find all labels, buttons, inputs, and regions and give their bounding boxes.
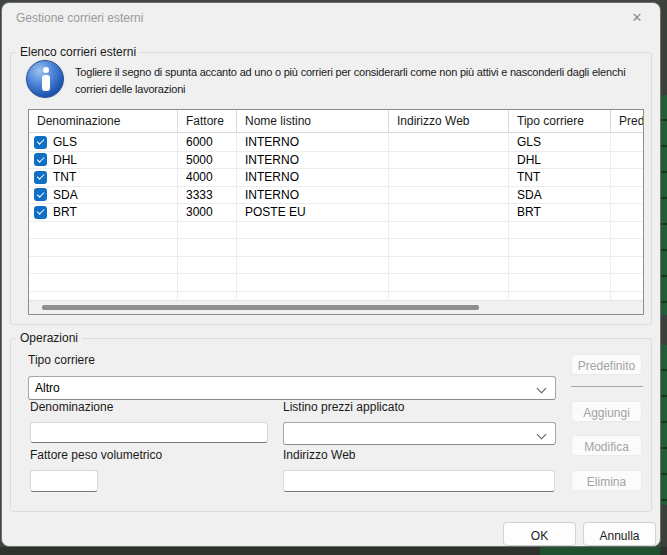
aggiungi-button[interactable]: Aggiungi xyxy=(571,401,642,422)
checkbox-checked[interactable] xyxy=(34,136,47,149)
chevron-down-icon xyxy=(537,430,547,440)
background-app-strip xyxy=(540,547,660,555)
cell-nome-listino: POSTE EU xyxy=(237,204,389,221)
cell-fattore: 6000 xyxy=(178,134,237,151)
title-bar[interactable]: Gestione corrieri esterni ✕ xyxy=(2,3,660,33)
group-operazioni-label: Operazioni xyxy=(16,331,82,345)
close-icon: ✕ xyxy=(632,10,643,25)
tipo-corriere-combobox[interactable]: Altro xyxy=(28,376,556,400)
annulla-button[interactable]: Annulla xyxy=(583,522,656,546)
cell-text: GLS xyxy=(53,135,77,149)
desktop-background: Gestione corrieri esterni ✕ Elenco corri… xyxy=(0,0,667,555)
cell-predefinito xyxy=(611,152,643,169)
elimina-button[interactable]: Elimina xyxy=(571,470,642,491)
cell-text: DHL xyxy=(53,153,77,167)
column-header-denominazione[interactable]: Denominazione xyxy=(29,110,178,132)
ok-button[interactable]: OK xyxy=(503,522,576,546)
table-row-gls[interactable]: GLS 6000 INTERNO GLS xyxy=(29,134,643,152)
cell-fattore: 3333 xyxy=(178,187,237,204)
cell-empty xyxy=(611,222,643,239)
table-row-empty xyxy=(29,222,643,240)
info-hint-text: Togliere il segno di spunta accanto ad u… xyxy=(75,64,657,98)
denominazione-input[interactable] xyxy=(30,422,268,443)
horizontal-scrollbar[interactable] xyxy=(29,300,643,314)
listino-prezzi-combobox[interactable] xyxy=(283,422,556,445)
group-elenco-corrieri: Elenco corrieri esterni Togliere il segn… xyxy=(10,52,652,325)
checkbox-checked[interactable] xyxy=(34,153,47,166)
cell-text: BRT xyxy=(53,205,77,219)
cell-denominazione: BRT xyxy=(29,204,178,221)
cell-empty xyxy=(611,274,643,291)
column-header-tipo-corriere[interactable]: Tipo corriere xyxy=(509,110,611,132)
cell-tipo-corriere: TNT xyxy=(509,169,611,186)
fattore-peso-label: Fattore peso volumetrico xyxy=(30,448,162,462)
close-button[interactable]: ✕ xyxy=(614,3,660,33)
button-separator xyxy=(571,386,643,387)
table-row-empty xyxy=(29,239,643,257)
cell-empty xyxy=(611,239,643,256)
cell-empty xyxy=(178,257,237,274)
checkbox-checked[interactable] xyxy=(34,171,47,184)
table-row-tnt[interactable]: TNT 4000 INTERNO TNT xyxy=(29,169,643,187)
cell-text: SDA xyxy=(53,188,78,202)
cell-denominazione: GLS xyxy=(29,134,178,151)
chevron-down-icon xyxy=(537,384,547,394)
cell-nome-listino: INTERNO xyxy=(237,169,389,186)
cell-predefinito xyxy=(611,169,643,186)
check-icon xyxy=(37,207,44,214)
indirizzo-web-input[interactable] xyxy=(283,470,555,492)
table-row-sda[interactable]: SDA 3333 INTERNO SDA xyxy=(29,187,643,205)
checkbox-checked[interactable] xyxy=(34,188,47,201)
cell-empty xyxy=(178,274,237,291)
check-icon xyxy=(37,190,44,197)
cell-empty xyxy=(237,274,389,291)
check-icon xyxy=(37,137,44,144)
cell-predefinito xyxy=(611,204,643,221)
cell-empty xyxy=(389,257,509,274)
cell-predefinito xyxy=(611,187,643,204)
group-elenco-label: Elenco corrieri esterni xyxy=(16,45,140,59)
column-header-nome-listino[interactable]: Nome listino xyxy=(237,110,389,132)
group-operazioni: Operazioni Tipo corriere Altro Predefini… xyxy=(10,338,652,512)
cell-empty xyxy=(509,239,611,256)
tipo-corriere-selected-value: Altro xyxy=(35,381,60,395)
cell-indirizzo-web xyxy=(389,134,509,151)
table-row-dhl[interactable]: DHL 5000 INTERNO DHL xyxy=(29,152,643,170)
cell-empty xyxy=(509,274,611,291)
checkbox-checked[interactable] xyxy=(34,206,47,219)
cell-indirizzo-web xyxy=(389,152,509,169)
predefinito-button[interactable]: Predefinito xyxy=(571,354,642,375)
cell-nome-listino: INTERNO xyxy=(237,152,389,169)
column-header-predefinito[interactable]: Prede xyxy=(611,110,643,132)
cell-fattore: 4000 xyxy=(178,169,237,186)
background-app-strip xyxy=(660,95,667,315)
info-icon xyxy=(26,60,64,98)
column-header-indirizzo-web[interactable]: Indirizzo Web xyxy=(389,110,509,132)
dialog-gestione-corrieri-esterni: Gestione corrieri esterni ✕ Elenco corri… xyxy=(1,2,661,547)
indirizzo-web-label: Indirizzo Web xyxy=(283,448,355,462)
listino-prezzi-label: Listino prezzi applicato xyxy=(283,400,404,414)
cell-empty xyxy=(389,239,509,256)
table-row-brt[interactable]: BRT 3000 POSTE EU BRT xyxy=(29,204,643,222)
table-row-empty xyxy=(29,274,643,292)
cell-denominazione: SDA xyxy=(29,187,178,204)
cell-fattore: 3000 xyxy=(178,204,237,221)
cell-text: TNT xyxy=(53,170,76,184)
modifica-button[interactable]: Modifica xyxy=(571,435,642,456)
fattore-peso-input[interactable] xyxy=(30,470,98,492)
cell-empty xyxy=(389,222,509,239)
table-header-row: Denominazione Fattore Nome listino Indir… xyxy=(29,110,643,133)
cell-denominazione: TNT xyxy=(29,169,178,186)
info-icon-dot xyxy=(43,67,49,73)
cell-nome-listino: INTERNO xyxy=(237,187,389,204)
denominazione-label: Denominazione xyxy=(30,400,113,414)
cell-fattore: 5000 xyxy=(178,152,237,169)
cell-empty xyxy=(389,274,509,291)
column-header-fattore[interactable]: Fattore xyxy=(178,110,237,132)
horizontal-scrollbar-thumb[interactable] xyxy=(42,305,479,310)
cell-empty xyxy=(509,257,611,274)
cell-denominazione: DHL xyxy=(29,152,178,169)
couriers-table: Denominazione Fattore Nome listino Indir… xyxy=(28,109,644,315)
background-app-bottom-edge xyxy=(0,547,667,555)
background-app-strip xyxy=(660,345,667,505)
